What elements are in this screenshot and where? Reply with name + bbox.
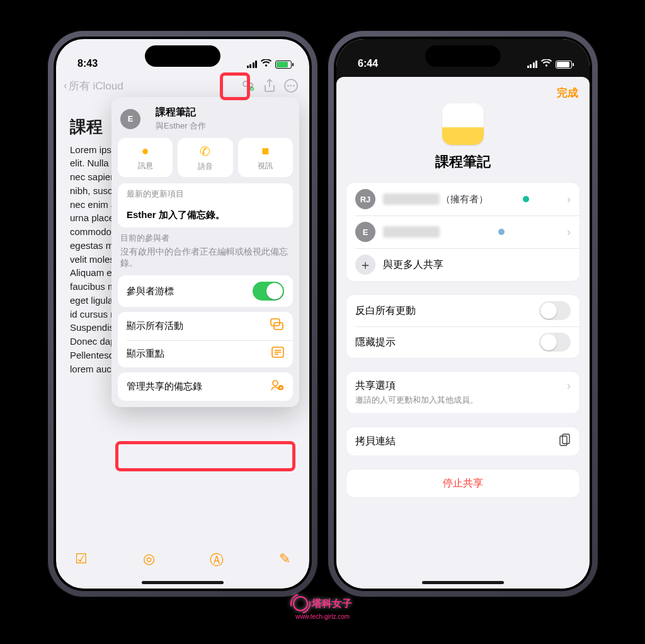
message-icon: ● — [142, 144, 149, 158]
cellular-icon — [527, 60, 538, 68]
owner-tag: （擁有者） — [441, 193, 488, 205]
show-activity-row[interactable]: 顯示所有活動 — [118, 312, 293, 340]
markup-icon[interactable]: Ⓐ — [210, 551, 224, 570]
camera-icon[interactable]: ◎ — [143, 551, 155, 567]
annotation-highlight-manage — [115, 441, 295, 471]
phone-right: 6:44 完成 課程筆記 RJ （擁有者） — [328, 30, 598, 597]
svg-rect-16 — [562, 434, 569, 444]
home-indicator — [142, 581, 224, 584]
notes-app-icon — [442, 103, 484, 145]
sheet-title: 課程筆記 — [156, 106, 206, 119]
share-options-sub: 邀請的人可更動和加入其他成員。 — [355, 394, 478, 406]
nav-bar: ‹ 所有 iCloud — [56, 72, 309, 100]
checklist-icon[interactable]: ☑ — [75, 551, 88, 567]
plus-icon: ＋ — [355, 255, 375, 275]
svg-rect-15 — [560, 436, 567, 446]
watermark-icon — [293, 596, 308, 611]
home-indicator — [422, 581, 504, 584]
toggle-on[interactable] — [253, 282, 284, 301]
compose-icon[interactable]: ✎ — [279, 551, 290, 567]
avatar: E — [120, 109, 140, 129]
participants-header: 目前的參與者 — [111, 227, 299, 246]
manage-shared-icon — [270, 379, 284, 394]
quick-video[interactable]: ■視訊 — [238, 138, 293, 177]
share-management-sheet: 完成 課程筆記 RJ （擁有者） › E › — [336, 77, 590, 589]
participant-name-redacted — [383, 226, 440, 238]
watermark: 塔科女子 — [293, 596, 352, 611]
participant-row[interactable]: E › — [346, 216, 579, 248]
share-icon[interactable] — [259, 75, 280, 96]
svg-point-1 — [249, 83, 253, 87]
stop-sharing-button[interactable]: 停止共享 — [346, 469, 579, 497]
phone-icon: ✆ — [200, 144, 210, 159]
participants-empty: 沒有啟用中的合作者正在編輯或檢視此備忘錄。 — [111, 246, 299, 275]
dynamic-island — [145, 45, 220, 67]
toggle-off[interactable] — [539, 301, 571, 320]
back-label: 所有 iCloud — [69, 79, 123, 93]
note-title: 課程筆記 — [336, 152, 590, 171]
participant-name-redacted — [383, 193, 440, 205]
quick-call[interactable]: ✆語音 — [178, 138, 232, 177]
show-highlights-row[interactable]: 顯示重點 — [118, 340, 293, 367]
done-button[interactable]: 完成 — [557, 86, 578, 100]
collaborate-icon[interactable] — [237, 75, 259, 96]
chevron-right-icon: › — [567, 379, 571, 393]
svg-point-4 — [287, 85, 289, 87]
share-more-row[interactable]: ＋ 與更多人共享 — [346, 248, 579, 281]
chevron-right-icon: › — [567, 226, 571, 239]
watermark-url: www.tech-girlz.com — [295, 613, 350, 620]
copy-icon — [559, 434, 571, 449]
activity-icon — [270, 318, 284, 334]
chevron-right-icon: › — [567, 193, 571, 206]
hide-hints-row[interactable]: 隱藏提示 — [346, 326, 579, 358]
svg-point-13 — [273, 381, 278, 386]
quick-message[interactable]: ●訊息 — [118, 138, 173, 177]
svg-point-0 — [243, 81, 248, 86]
invert-changes-row[interactable]: 反白所有更動 — [346, 295, 579, 326]
manage-shared-row[interactable]: 管理共享的備忘錄 — [118, 372, 293, 401]
wifi-icon — [261, 59, 271, 69]
presence-dot — [523, 196, 529, 202]
cursor-toggle-row[interactable]: 參與者游標 — [118, 275, 293, 307]
wifi-icon — [541, 59, 552, 69]
battery-icon — [275, 60, 292, 69]
svg-point-5 — [290, 85, 292, 87]
back-button[interactable]: ‹ 所有 iCloud — [64, 79, 123, 93]
battery-icon — [556, 60, 572, 69]
phone-left: 8:43 ‹ 所有 iCloud — [47, 30, 318, 597]
cellular-icon — [247, 60, 258, 68]
chevron-left-icon: ‹ — [64, 79, 67, 92]
dynamic-island — [425, 45, 501, 67]
sheet-subtitle: 與Esther 合作 — [156, 120, 206, 132]
share-options-row[interactable]: 共享選項 › 邀請的人可更動和加入其他成員。 — [346, 372, 579, 413]
updates-header: 最新的更新項目 — [118, 183, 293, 202]
collab-sheet: E 課程筆記 與Esther 合作 ●訊息 ✆語音 ■視訊 最新的更新項目 Es… — [111, 97, 299, 407]
avatar: E — [355, 222, 375, 242]
highlights-icon — [271, 347, 284, 361]
more-icon[interactable] — [280, 75, 302, 96]
svg-point-6 — [293, 85, 295, 87]
status-time: 6:44 — [358, 58, 378, 69]
update-line: Esther 加入了備忘錄。 — [118, 202, 293, 227]
participant-owner-row[interactable]: RJ （擁有者） › — [346, 183, 579, 216]
presence-dot — [498, 229, 505, 235]
copy-link-row[interactable]: 拷貝連結 — [346, 427, 579, 456]
status-time: 8:43 — [77, 58, 98, 69]
avatar: RJ — [355, 189, 375, 209]
video-icon: ■ — [261, 144, 269, 158]
toggle-off[interactable] — [539, 333, 571, 352]
